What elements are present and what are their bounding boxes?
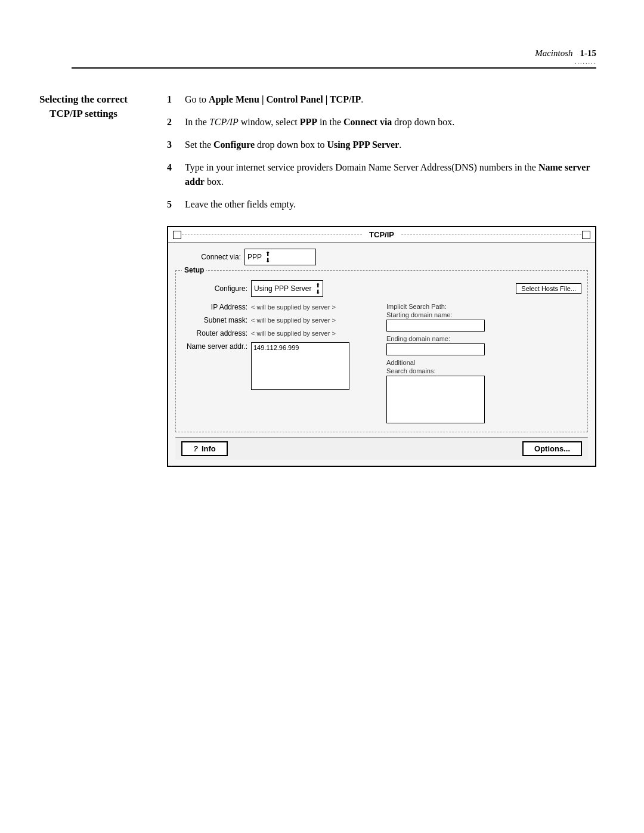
window-bottom-bar: ? Info Options... xyxy=(175,437,588,460)
name-server-label: Name server addr.: xyxy=(182,342,247,351)
ending-domain-label: Ending domain name: xyxy=(386,335,581,342)
steps-content: 1 Go to Apple Menu | Control Panel | TCP… xyxy=(167,92,596,467)
subnet-mask-row: Subnet mask: < will be supplied by serve… xyxy=(182,316,377,324)
header-dots: ........ xyxy=(535,58,596,65)
step-3-text: Set the Configure drop down box to Using… xyxy=(185,138,596,152)
connect-via-row: Connect via: PPP ⬆⬇ xyxy=(175,249,588,265)
step-5: 5 Leave the other fields empty. xyxy=(167,197,596,212)
window-close-box[interactable] xyxy=(173,231,181,239)
step-2-text: In the TCP/IP window, select PPP in the … xyxy=(185,115,596,129)
configure-dropdown[interactable]: Using PPP Server ⬆⬇ xyxy=(251,280,323,297)
router-address-label: Router address: xyxy=(182,329,247,337)
ip-address-label: IP Address: xyxy=(182,303,247,311)
additional-search-group: Additional Search domains: xyxy=(386,359,581,423)
step-2: 2 In the TCP/IP window, select PPP in th… xyxy=(167,115,596,129)
name-server-input[interactable]: 149.112.96.999 xyxy=(251,342,349,390)
window-titlebar: TCP/IP xyxy=(168,227,595,243)
select-hosts-button[interactable]: Select Hosts File... xyxy=(516,283,581,294)
tcpip-window: TCP/IP Connect via: PPP ⬆⬇ xyxy=(167,226,596,467)
window-body: Connect via: PPP ⬆⬇ Setup Configure: xyxy=(168,243,595,466)
info-button-label: Info xyxy=(202,444,216,453)
starting-domain-input[interactable] xyxy=(386,320,485,332)
subnet-mask-label: Subnet mask: xyxy=(182,316,247,324)
implicit-search-group: Implicit Search Path: Starting domain na… xyxy=(386,303,581,332)
subnet-mask-value: < will be supplied by server > xyxy=(251,317,336,324)
connect-via-value: PPP xyxy=(247,253,262,261)
section-title: Selecting the correct TCP/IP settings xyxy=(0,92,167,121)
starting-domain-label: Starting domain name: xyxy=(386,311,581,318)
connect-via-arrow: ⬆⬇ xyxy=(265,250,270,264)
search-domains-input[interactable] xyxy=(386,376,485,423)
options-button[interactable]: Options... xyxy=(522,441,582,456)
right-col: Implicit Search Path: Starting domain na… xyxy=(386,303,581,427)
title-dash-right xyxy=(401,234,590,235)
step-3-num: 3 xyxy=(167,138,185,152)
connect-via-label: Connect via: xyxy=(175,253,241,261)
router-address-value: < will be supplied by server > xyxy=(251,330,336,337)
setup-section: Setup Configure: Using PPP Server ⬆⬇ Sel… xyxy=(175,270,588,432)
step-1-num: 1 xyxy=(167,92,185,107)
step-5-text: Leave the other fields empty. xyxy=(185,197,596,212)
header-page: 1-15 xyxy=(580,48,597,58)
step-3: 3 Set the Configure drop down box to Usi… xyxy=(167,138,596,152)
name-server-row: Name server addr.: 149.112.96.999 xyxy=(182,342,377,390)
configure-label: Configure: xyxy=(182,284,247,293)
step-5-num: 5 xyxy=(167,197,185,212)
implicit-search-label: Implicit Search Path: xyxy=(386,303,581,310)
info-button[interactable]: ? Info xyxy=(181,441,228,456)
window-title: TCP/IP xyxy=(362,230,401,239)
configure-arrow: ⬆⬇ xyxy=(315,282,320,295)
section-heading: Selecting the correct TCP/IP settings xyxy=(0,92,167,121)
header-label: Macintosh xyxy=(535,48,572,58)
configure-row: Configure: Using PPP Server ⬆⬇ Select Ho… xyxy=(182,280,581,297)
step-1: 1 Go to Apple Menu | Control Panel | TCP… xyxy=(167,92,596,107)
title-dash-left xyxy=(173,234,362,235)
search-domains-label: Search domains: xyxy=(386,367,581,374)
page-header: Macintosh 1-15 ........ xyxy=(72,48,596,69)
ending-domain-input[interactable] xyxy=(386,343,485,355)
step-4-text: Type in your internet service providers … xyxy=(185,160,596,189)
setup-label: Setup xyxy=(182,266,206,274)
additional-label: Additional xyxy=(386,359,581,366)
left-col: IP Address: < will be supplied by server… xyxy=(182,303,377,427)
step-4-num: 4 xyxy=(167,160,185,189)
router-address-row: Router address: < will be supplied by se… xyxy=(182,329,377,337)
step-1-text: Go to Apple Menu | Control Panel | TCP/I… xyxy=(185,92,596,107)
ip-address-value: < will be supplied by server > xyxy=(251,304,336,311)
step-4: 4 Type in your internet service provider… xyxy=(167,160,596,189)
main-grid: IP Address: < will be supplied by server… xyxy=(182,303,581,427)
info-icon: ? xyxy=(193,444,198,453)
step-2-num: 2 xyxy=(167,115,185,129)
ip-address-row: IP Address: < will be supplied by server… xyxy=(182,303,377,311)
name-server-value: 149.112.96.999 xyxy=(253,344,299,351)
window-collapse-box[interactable] xyxy=(582,231,590,239)
ending-domain-group: Ending domain name: xyxy=(386,335,581,355)
connect-via-dropdown[interactable]: PPP ⬆⬇ xyxy=(244,249,316,265)
configure-value: Using PPP Server xyxy=(254,284,312,293)
